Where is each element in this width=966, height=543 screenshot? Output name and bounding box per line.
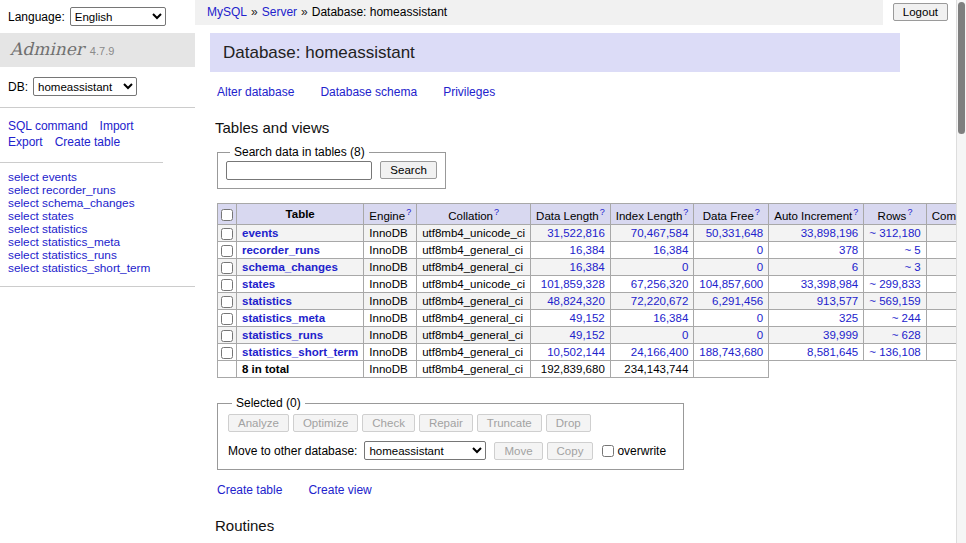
cell-index-length[interactable]: 16,384 — [610, 242, 694, 259]
cell-index-length[interactable]: 67,256,320 — [610, 276, 694, 293]
cell-auto-increment[interactable]: 33,898,196 — [769, 225, 864, 242]
db-select[interactable]: homeassistant — [33, 77, 137, 96]
help-link[interactable]: ? — [755, 207, 760, 217]
cell-auto-increment[interactable]: 6 — [769, 259, 864, 276]
sidebar-link-sql-command[interactable]: SQL command — [8, 118, 88, 134]
help-link[interactable]: ? — [907, 207, 912, 217]
cell-data-length[interactable]: 10,502,144 — [531, 344, 611, 361]
cell-auto-increment[interactable]: 378 — [769, 242, 864, 259]
cell-auto-increment[interactable]: 325 — [769, 310, 864, 327]
cell-data-free[interactable]: 50,331,648 — [694, 225, 769, 242]
help-link[interactable]: ? — [600, 207, 605, 217]
copy-button[interactable]: Copy — [547, 442, 594, 460]
cell-data-free[interactable]: 104,857,600 — [694, 276, 769, 293]
row-checkbox[interactable] — [221, 313, 233, 325]
cell-auto-increment[interactable]: 913,577 — [769, 293, 864, 310]
table-row: statisticsInnoDButf8mb4_general_ci48,824… — [218, 293, 966, 310]
cell-rows[interactable]: ~ 3 — [864, 259, 926, 276]
cell-data-length[interactable]: 16,384 — [531, 259, 611, 276]
db-action-privileges[interactable]: Privileges — [443, 85, 495, 99]
cell-data-length[interactable]: 49,152 — [531, 327, 611, 344]
cell-auto-increment[interactable]: 33,398,984 — [769, 276, 864, 293]
sidebar-link-import[interactable]: Import — [100, 118, 134, 134]
cell-data-length[interactable]: 49,152 — [531, 310, 611, 327]
sidebar-link-create-table[interactable]: Create table — [55, 134, 120, 150]
truncate-button[interactable]: Truncate — [477, 414, 542, 432]
cell-auto-increment[interactable]: 8,581,645 — [769, 344, 864, 361]
cell-data-free[interactable]: 188,743,680 — [694, 344, 769, 361]
table-link-schema-changes[interactable]: schema_changes — [242, 261, 338, 273]
table-link-statistics[interactable]: statistics — [242, 295, 292, 307]
move-database-select[interactable]: homeassistant — [364, 441, 486, 460]
cell-rows[interactable]: ~ 136,108 — [864, 344, 926, 361]
drop-button[interactable]: Drop — [546, 414, 591, 432]
overwrite-label: overwrite — [617, 444, 666, 458]
cell-data-length[interactable]: 31,522,816 — [531, 225, 611, 242]
row-checkbox[interactable] — [221, 279, 233, 291]
table-link-statistics-meta[interactable]: statistics_meta — [242, 312, 325, 324]
cell-data-free[interactable]: 0 — [694, 310, 769, 327]
check-button[interactable]: Check — [362, 414, 415, 432]
cell-data-free[interactable]: 6,291,456 — [694, 293, 769, 310]
table-link-events[interactable]: events — [242, 227, 278, 239]
cell-data-length[interactable]: 16,384 — [531, 242, 611, 259]
language-select[interactable]: English — [70, 7, 166, 26]
cell-auto-increment[interactable]: 39,999 — [769, 327, 864, 344]
link-create-table[interactable]: Create table — [217, 483, 282, 497]
select-all-checkbox[interactable] — [221, 209, 233, 221]
cell-data-free[interactable]: 0 — [694, 327, 769, 344]
cell-rows[interactable]: ~ 628 — [864, 327, 926, 344]
table-link-statistics-runs[interactable]: statistics_runs — [242, 329, 323, 341]
table-link-states[interactable]: states — [242, 278, 275, 290]
cell-index-length[interactable]: 0 — [610, 327, 694, 344]
vertical-scrollbar[interactable] — [956, 0, 966, 543]
cell-index-length[interactable]: 70,467,584 — [610, 225, 694, 242]
cell-index-length[interactable]: 16,384 — [610, 310, 694, 327]
table-link-recorder-runs[interactable]: recorder_runs — [242, 244, 320, 256]
analyze-button[interactable]: Analyze — [228, 414, 289, 432]
sidebar-table-link-select-statistics-short-term[interactable]: select statistics_short_term — [8, 262, 187, 275]
row-checkbox[interactable] — [221, 347, 233, 359]
cell-data-free[interactable]: 0 — [694, 259, 769, 276]
cell-rows[interactable]: ~ 569,159 — [864, 293, 926, 310]
cell-rows[interactable]: ~ 5 — [864, 242, 926, 259]
db-action-database-schema[interactable]: Database schema — [320, 85, 417, 99]
db-action-alter-database[interactable]: Alter database — [217, 85, 294, 99]
cell-data-length[interactable]: 48,824,320 — [531, 293, 611, 310]
row-checkbox[interactable] — [221, 330, 233, 342]
breadcrumb-link-server[interactable]: Server — [262, 5, 297, 19]
repair-button[interactable]: Repair — [419, 414, 473, 432]
row-checkbox[interactable] — [221, 262, 233, 274]
column-header-rows: Rows? — [864, 204, 926, 225]
row-checkbox[interactable] — [221, 228, 233, 240]
cell-rows[interactable]: ~ 299,833 — [864, 276, 926, 293]
help-link[interactable]: ? — [683, 207, 688, 217]
overwrite-checkbox[interactable] — [602, 445, 614, 457]
cell-index-length[interactable]: 72,220,672 — [610, 293, 694, 310]
content: MySQL»Server»Database: homeassistant Log… — [195, 0, 956, 543]
search-input[interactable] — [226, 161, 372, 180]
scrollbar-thumb[interactable] — [958, 2, 965, 134]
search-button[interactable]: Search — [380, 161, 436, 179]
logout-button[interactable]: Logout — [893, 3, 948, 21]
row-checkbox[interactable] — [221, 296, 233, 308]
row-checkbox-cell — [218, 310, 237, 327]
move-button[interactable]: Move — [494, 442, 542, 460]
cell-data-free[interactable]: 0 — [694, 242, 769, 259]
column-header-auto-increment: Auto Increment? — [769, 204, 864, 225]
optimize-button[interactable]: Optimize — [293, 414, 358, 432]
help-link[interactable]: ? — [853, 207, 858, 217]
help-link[interactable]: ? — [406, 207, 411, 217]
cell-rows[interactable]: ~ 244 — [864, 310, 926, 327]
cell-data-length[interactable]: 101,859,328 — [531, 276, 611, 293]
sidebar-link-export[interactable]: Export — [8, 134, 43, 150]
link-create-view[interactable]: Create view — [308, 483, 371, 497]
help-link[interactable]: ? — [494, 207, 499, 217]
table-link-statistics-short-term[interactable]: statistics_short_term — [242, 346, 358, 358]
breadcrumb-link-mysql[interactable]: MySQL — [207, 5, 247, 19]
cell-index-length[interactable]: 0 — [610, 259, 694, 276]
cell-rows[interactable]: ~ 312,180 — [864, 225, 926, 242]
row-checkbox[interactable] — [221, 245, 233, 257]
cell-index-length[interactable]: 24,166,400 — [610, 344, 694, 361]
topbar: MySQL»Server»Database: homeassistant Log… — [195, 0, 956, 25]
